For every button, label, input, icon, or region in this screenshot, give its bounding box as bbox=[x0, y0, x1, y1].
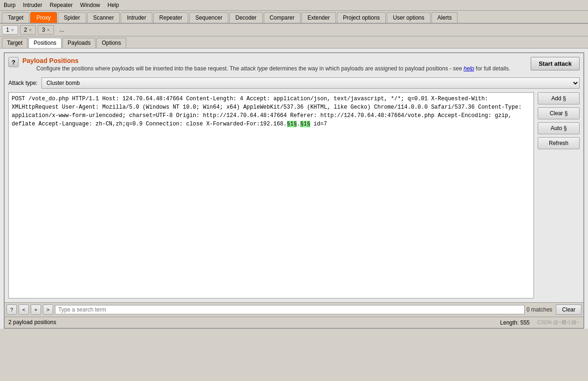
tab-intruder[interactable]: Intruder bbox=[121, 12, 152, 23]
help-button[interactable]: ? bbox=[8, 57, 19, 67]
attack-type-row: Attack type: Sniper Battering ram Pitchf… bbox=[8, 77, 580, 89]
num-tab-3-close[interactable]: × bbox=[47, 28, 50, 33]
menu-burp[interactable]: Burp bbox=[2, 1, 17, 9]
start-attack-button[interactable]: Start attack bbox=[531, 57, 580, 70]
request-highlight-2: §1§ bbox=[300, 121, 310, 127]
num-tab-2-close[interactable]: × bbox=[29, 28, 32, 33]
num-tab-2[interactable]: 2 × bbox=[20, 25, 36, 35]
num-tab-1-close[interactable]: × bbox=[11, 28, 14, 33]
request-text-before: POST /vote_do.php HTTP/1.1 Host: 124.70.… bbox=[12, 96, 522, 127]
attack-type-select[interactable]: Sniper Battering ram Pitchfork Cluster b… bbox=[41, 77, 580, 89]
match-count: 0 matches bbox=[526, 306, 552, 313]
header-row: ? Payload Positions Configure the positi… bbox=[8, 57, 580, 77]
desc-text-2: determines the way in which payloads are… bbox=[269, 65, 462, 72]
refresh-button[interactable]: Refresh bbox=[538, 137, 580, 149]
tab-comparer[interactable]: Comparer bbox=[264, 12, 301, 23]
subtab-target[interactable]: Target bbox=[2, 38, 27, 48]
sub-tab-bar: Target Positions Payloads Options bbox=[0, 36, 588, 48]
tab-sequencer[interactable]: Sequencer bbox=[189, 12, 228, 23]
positions-panel: ? Payload Positions Configure the positi… bbox=[5, 53, 583, 302]
auto-section-button[interactable]: Auto § bbox=[538, 122, 580, 134]
request-text-area[interactable]: POST /vote_do.php HTTP/1.1 Host: 124.70.… bbox=[9, 93, 533, 298]
request-layout: POST /vote_do.php HTTP/1.1 Host: 124.70.… bbox=[8, 92, 580, 298]
watermark: CSDN @~樱小路~ bbox=[537, 319, 580, 326]
add-section-button[interactable]: Add § bbox=[538, 92, 580, 104]
tab-project-options[interactable]: Project options bbox=[337, 12, 386, 23]
search-next-button[interactable]: + bbox=[31, 305, 41, 315]
subtab-options[interactable]: Options bbox=[96, 38, 126, 48]
menu-help[interactable]: Help bbox=[106, 1, 121, 9]
subtab-payloads[interactable]: Payloads bbox=[62, 38, 96, 48]
num-tab-bar: 1 × 2 × 3 × ... bbox=[0, 24, 588, 36]
tab-extender[interactable]: Extender bbox=[301, 12, 336, 23]
clear-section-button[interactable]: Clear § bbox=[538, 107, 580, 119]
tab-alerts[interactable]: Alerts bbox=[431, 12, 458, 23]
search-clear-button[interactable]: Clear bbox=[556, 305, 581, 315]
attack-type-label: Attack type: bbox=[8, 80, 38, 86]
tab-repeater[interactable]: Repeater bbox=[153, 12, 188, 23]
tab-decoder[interactable]: Decoder bbox=[229, 12, 262, 23]
search-prev-button[interactable]: < bbox=[19, 305, 29, 315]
main-content: ? Payload Positions Configure the positi… bbox=[0, 48, 588, 329]
section-description: Configure the positions where payloads w… bbox=[36, 64, 510, 73]
status-bar: 2 payload positions Length: 555 CSDN @~樱… bbox=[5, 317, 583, 328]
payload-count: 2 payload positions bbox=[8, 319, 56, 326]
section-title: Payload Positions bbox=[22, 57, 510, 64]
length-status: Length: 555 bbox=[500, 319, 529, 326]
menu-repeater[interactable]: Repeater bbox=[48, 1, 75, 9]
num-tab-1[interactable]: 1 × bbox=[2, 25, 18, 35]
num-tab-3[interactable]: 3 × bbox=[38, 25, 54, 35]
num-tab-1-label: 1 bbox=[6, 27, 9, 33]
num-tab-2-label: 2 bbox=[24, 27, 27, 33]
buttons-panel: Add § Clear § Auto § Refresh bbox=[538, 92, 580, 298]
request-highlight-1: §1§ bbox=[287, 121, 297, 127]
tab-target[interactable]: Target bbox=[2, 12, 29, 23]
attack-type-wrapper: Sniper Battering ram Pitchfork Cluster b… bbox=[41, 77, 580, 89]
tab-spider[interactable]: Spider bbox=[58, 12, 86, 23]
num-tab-more[interactable]: ... bbox=[56, 26, 68, 34]
tab-scanner[interactable]: Scanner bbox=[87, 12, 120, 23]
search-help-button[interactable]: ? bbox=[7, 305, 17, 315]
desc-help-link[interactable]: help bbox=[464, 65, 474, 72]
tab-proxy[interactable]: Proxy bbox=[30, 12, 57, 23]
num-tab-3-label: 3 bbox=[42, 27, 45, 33]
desc-text-3: for full details. bbox=[476, 65, 510, 72]
desc-attack-type: attack type bbox=[241, 65, 268, 72]
request-panel: POST /vote_do.php HTTP/1.1 Host: 124.70.… bbox=[8, 92, 534, 298]
main-tab-bar: Target Proxy Spider Scanner Intruder Rep… bbox=[0, 11, 588, 24]
menu-bar: Burp Intruder Repeater Window Help bbox=[0, 0, 588, 11]
desc-text-1: Configure the positions where payloads w… bbox=[36, 65, 239, 72]
menu-intruder[interactable]: Intruder bbox=[21, 1, 44, 9]
menu-window[interactable]: Window bbox=[78, 1, 102, 9]
search-close-button[interactable]: > bbox=[43, 305, 53, 315]
tab-user-options[interactable]: User options bbox=[387, 12, 430, 23]
subtab-positions[interactable]: Positions bbox=[28, 38, 62, 48]
section-info: Payload Positions Configure the position… bbox=[22, 57, 510, 77]
request-text-after: id=7 bbox=[310, 121, 327, 127]
search-input[interactable] bbox=[55, 305, 525, 314]
search-bar: ? < + > 0 matches Clear bbox=[5, 302, 583, 317]
